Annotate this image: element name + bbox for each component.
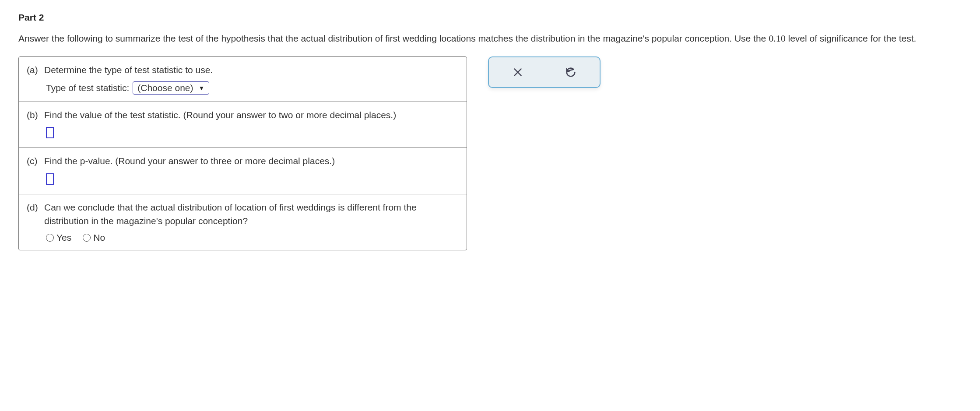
test-statistic-select-placeholder: (Choose one) xyxy=(137,83,193,93)
undo-icon xyxy=(565,66,577,78)
radio-icon xyxy=(83,234,91,242)
question-b-text: Find the value of the test statistic. (R… xyxy=(44,108,459,122)
questions-panel: (a) Determine the type of test statistic… xyxy=(18,56,467,250)
close-icon xyxy=(512,67,523,78)
question-b: (b) Find the value of the test statistic… xyxy=(19,102,467,148)
part-title: Part 2 xyxy=(18,12,962,23)
question-a-sublabel: Type of test statistic: xyxy=(46,83,129,93)
instructions-post: level of significance for the test. xyxy=(786,33,917,43)
conclusion-yes-radio[interactable]: Yes xyxy=(46,232,71,243)
conclusion-no-label: No xyxy=(93,232,105,243)
question-d-label: (d) xyxy=(27,202,40,213)
significance-level: 0.10 xyxy=(769,33,786,44)
answer-toolbar xyxy=(488,56,601,88)
question-c-label: (c) xyxy=(27,156,40,166)
clear-button[interactable] xyxy=(492,60,544,84)
question-a-text: Determine the type of test statistic to … xyxy=(44,63,459,77)
question-c: (c) Find the p-value. (Round your answer… xyxy=(19,148,467,194)
reset-button[interactable] xyxy=(544,60,597,84)
instructions-pre: Answer the following to summarize the te… xyxy=(18,33,769,43)
question-d-text: Can we conclude that the actual distribu… xyxy=(44,200,459,228)
conclusion-no-radio[interactable]: No xyxy=(83,232,105,243)
instructions: Answer the following to summarize the te… xyxy=(18,31,962,46)
question-a-label: (a) xyxy=(27,65,40,75)
conclusion-yes-label: Yes xyxy=(56,232,71,243)
question-a: (a) Determine the type of test statistic… xyxy=(19,57,467,102)
test-statistic-input[interactable] xyxy=(46,127,54,138)
question-d: (d) Can we conclude that the actual dist… xyxy=(19,194,467,250)
test-statistic-select[interactable]: (Choose one) ▼ xyxy=(133,81,209,95)
question-c-text: Find the p-value. (Round your answer to … xyxy=(44,154,459,168)
question-b-label: (b) xyxy=(27,110,40,120)
chevron-down-icon: ▼ xyxy=(199,84,205,91)
p-value-input[interactable] xyxy=(46,173,54,185)
radio-icon xyxy=(46,234,54,242)
